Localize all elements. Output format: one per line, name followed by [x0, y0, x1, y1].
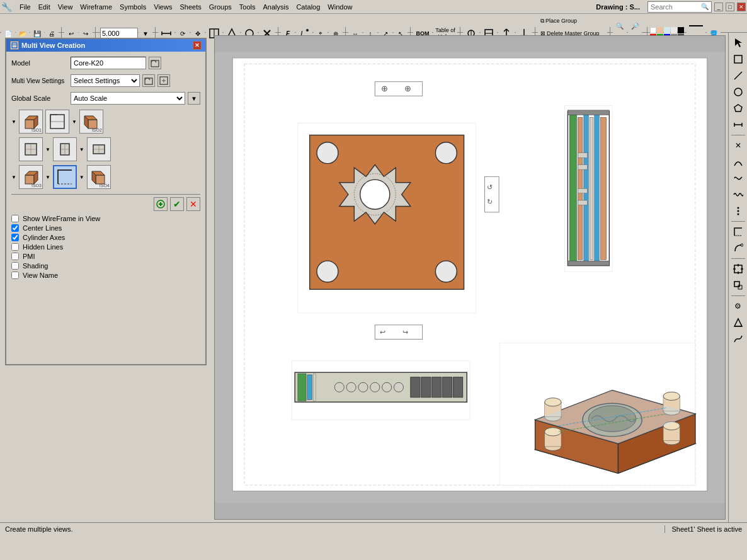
menu-window[interactable]: Window	[324, 2, 356, 12]
color-lightgray[interactable]	[671, 27, 677, 33]
menu-analysis[interactable]: Analysis	[259, 2, 292, 12]
view-row-1: ▼ ISO1	[11, 110, 200, 134]
cylinder-axes-checkbox[interactable]	[11, 234, 19, 241]
view-matrix: ▼ ISO1	[11, 110, 200, 189]
iso4-icon[interactable]: ISO4	[87, 165, 111, 189]
row3-col2-dropdown[interactable]: ▼	[79, 174, 84, 180]
side-view-icon[interactable]	[53, 137, 77, 161]
menu-sheets[interactable]: Sheets	[176, 2, 205, 12]
centerlines-label[interactable]: Center Lines	[23, 224, 62, 232]
measure-btn[interactable]	[731, 117, 746, 132]
statusbar: Create multiple views. Sheet1' Sheet is …	[0, 522, 747, 535]
iso1-icon[interactable]: ISO1	[19, 110, 43, 134]
settings-select[interactable]: Select Settings	[71, 74, 140, 87]
line-style-btn[interactable]	[687, 19, 705, 33]
row2-col1-dropdown[interactable]: ▼	[45, 147, 50, 152]
search-icon[interactable]: 🔍	[701, 3, 709, 10]
global-scale-dropdown[interactable]: ▼	[188, 92, 200, 105]
menu-file[interactable]: File	[16, 2, 35, 12]
centerlines-row: Center Lines	[11, 224, 200, 232]
color-peach[interactable]	[657, 27, 663, 33]
spline-btn[interactable]	[731, 171, 746, 186]
apply-btn[interactable]: ✔	[170, 197, 184, 211]
menu-symbols[interactable]: Symbols	[116, 2, 150, 12]
iso3-icon[interactable]: ISO3	[19, 165, 43, 189]
cylinder-axes-row: Cylinder Axes	[11, 234, 200, 241]
settings-extra-btn[interactable]	[157, 74, 170, 87]
rect-btn[interactable]	[731, 52, 746, 67]
shading-label[interactable]: Shading	[23, 262, 48, 270]
hidden-lines-label[interactable]: Hidden Lines	[23, 243, 63, 251]
zoom-out-btn[interactable]: 🔎	[628, 19, 642, 33]
circle-btn[interactable]	[731, 84, 746, 100]
shading-checkbox[interactable]	[11, 262, 19, 270]
row1-dropdown[interactable]: ▼	[11, 119, 16, 125]
pan-btn[interactable]	[731, 261, 746, 277]
menu-tools[interactable]: Tools	[236, 2, 259, 12]
hidden-lines-checkbox[interactable]	[11, 243, 19, 251]
front-view-icon[interactable]	[19, 137, 43, 161]
row1-col2-dropdown[interactable]: ▼	[72, 119, 77, 125]
model-browse-btn[interactable]	[149, 57, 161, 69]
settings2-btn[interactable]: ⚙	[731, 299, 746, 314]
color-black[interactable]	[678, 27, 684, 33]
menu-catalog[interactable]: Catalog	[292, 2, 324, 12]
iso2-icon[interactable]: ISO2	[79, 110, 103, 134]
zoom-in-btn[interactable]: 🔍	[613, 19, 627, 33]
model-input[interactable]: Core-K20	[71, 57, 146, 69]
top-view-icon[interactable]	[87, 137, 111, 161]
select-btn[interactable]	[731, 35, 746, 50]
place-group-btn[interactable]: ⧉ Place Group	[538, 15, 601, 26]
arc-btn[interactable]	[731, 241, 746, 256]
global-scale-select[interactable]: Auto Scale 1:1 1:2 2:1	[71, 92, 185, 105]
dots-btn[interactable]	[731, 203, 746, 219]
corner-btn[interactable]	[731, 224, 746, 239]
transform-btn[interactable]	[731, 278, 746, 293]
curve-btn[interactable]	[731, 154, 746, 169]
curve2-btn[interactable]	[731, 331, 746, 346]
pmi-label[interactable]: PMI	[23, 253, 35, 260]
row3-col1-dropdown[interactable]: ▼	[45, 174, 50, 180]
cross-btn[interactable]: ✕	[731, 138, 746, 153]
wave-btn[interactable]	[731, 187, 746, 202]
wireframe-label[interactable]: Show WireFrame in View	[23, 215, 100, 222]
add-view-btn[interactable]	[154, 197, 168, 211]
line-btn[interactable]	[731, 68, 746, 83]
svg-rect-81	[578, 200, 587, 205]
centerlines-checkbox[interactable]	[11, 224, 19, 232]
row2-col2-dropdown[interactable]: ▼	[79, 147, 84, 152]
maximize-btn[interactable]: □	[726, 3, 734, 11]
selected-corner-icon[interactable]	[53, 165, 77, 189]
front-corner-icon[interactable]	[45, 110, 69, 134]
search-input[interactable]	[651, 3, 701, 11]
canvas-area[interactable]: ⊕ ⊕	[214, 35, 726, 520]
view-name-checkbox[interactable]	[11, 271, 19, 279]
menu-view[interactable]: View	[54, 2, 77, 12]
svg-rect-24	[12, 43, 17, 48]
svg-rect-100	[453, 377, 463, 397]
settings-browse-btn[interactable]	[142, 74, 155, 87]
svg-rect-89	[313, 374, 316, 401]
pentagon-btn[interactable]	[731, 101, 746, 116]
row3-dropdown[interactable]: ▼	[11, 174, 16, 180]
color-white[interactable]	[650, 27, 656, 33]
color-lightblue[interactable]	[664, 27, 670, 33]
flip-btn[interactable]	[731, 315, 746, 330]
svg-rect-46	[96, 175, 105, 184]
cylinder-axes-label[interactable]: Cylinder Axes	[23, 234, 65, 241]
menu-wireframe[interactable]: Wireframe	[76, 2, 116, 12]
cancel-dialog-btn[interactable]: ✕	[186, 197, 200, 211]
menu-views[interactable]: Views	[150, 2, 176, 12]
multi-view-settings-label: Multi View Settings	[11, 77, 68, 84]
minimize-btn[interactable]: _	[714, 3, 723, 11]
menu-groups[interactable]: Groups	[205, 2, 236, 12]
pmi-checkbox[interactable]	[11, 253, 19, 260]
svg-rect-44	[25, 175, 34, 184]
dialog-close-button[interactable]: ✕	[193, 41, 202, 50]
view-name-row: View Name	[11, 271, 200, 279]
view-name-label[interactable]: View Name	[23, 271, 58, 279]
svg-rect-98	[432, 377, 442, 397]
wireframe-checkbox[interactable]	[11, 215, 19, 222]
menu-edit[interactable]: Edit	[35, 2, 54, 12]
close-btn[interactable]: ✕	[737, 3, 746, 11]
